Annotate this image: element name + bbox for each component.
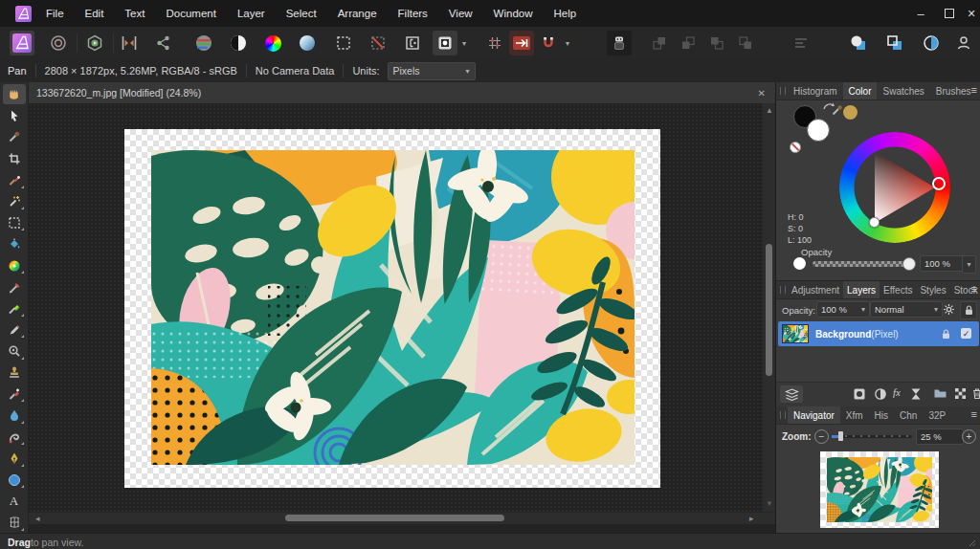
adjustment-layer-icon[interactable] (874, 387, 887, 401)
layer-stack-button[interactable] (780, 385, 803, 403)
scroll-left-icon[interactable]: ◂ (35, 515, 40, 523)
panel-grip[interactable] (780, 286, 786, 294)
picked-color-swatch[interactable] (843, 105, 858, 120)
vertical-scrollbar-thumb[interactable] (766, 244, 772, 376)
photo-persona-button[interactable] (10, 31, 34, 55)
horizontal-scrollbar[interactable]: ◂ ▸ (29, 512, 775, 524)
hue-selector[interactable] (932, 177, 946, 190)
liquify-persona-button[interactable] (46, 31, 71, 55)
opacity-slider-knob[interactable] (902, 257, 916, 271)
lock-layer-button[interactable] (960, 301, 977, 319)
tab-navigator[interactable]: Navigator (788, 406, 840, 424)
flood-fill-tool[interactable] (3, 234, 26, 254)
tab-swatches[interactable]: Swatches (877, 82, 929, 99)
mask-mode-dropdown[interactable]: ▾ (457, 31, 471, 55)
deselect-button[interactable] (366, 31, 390, 55)
menu-layer[interactable]: Layer (227, 8, 276, 19)
move-to-front-button[interactable] (647, 31, 672, 55)
view-tool[interactable] (3, 84, 26, 104)
horizontal-scrollbar-thumb[interactable] (285, 515, 504, 521)
blemish-removal-tool[interactable] (3, 341, 26, 362)
insert-on-top-button[interactable] (919, 31, 944, 55)
new-pattern-layer-icon[interactable] (954, 387, 967, 400)
move-forward-button[interactable] (676, 31, 701, 55)
minimize-button[interactable]: – (911, 0, 930, 27)
pen-tool[interactable] (3, 449, 26, 469)
tab-layers[interactable]: Layers (843, 281, 880, 298)
account-button[interactable] (951, 31, 976, 55)
layer-lock-icon[interactable] (942, 329, 950, 340)
blend-options-button[interactable] (941, 301, 957, 318)
group-layers-folder-icon[interactable] (933, 387, 947, 400)
insert-inside-button[interactable] (882, 31, 907, 55)
color-picker-tool[interactable] (3, 127, 26, 147)
opacity-value-box[interactable]: 100 % (920, 255, 966, 272)
color-replacement-tool[interactable] (3, 298, 26, 318)
zoom-slider-knob[interactable] (838, 431, 843, 441)
tab-brushes[interactable]: Brushes (930, 82, 977, 99)
flood-select-tool[interactable] (3, 191, 26, 211)
assistant-button[interactable] (607, 31, 632, 55)
scroll-down-icon[interactable]: ▼ (766, 500, 773, 508)
crop-tool[interactable] (3, 148, 26, 168)
tab-xfm[interactable]: Xfm (840, 406, 869, 424)
alignment-button[interactable] (789, 31, 813, 55)
canvas-viewport[interactable] (29, 103, 763, 512)
mesh-warp-tool[interactable] (3, 513, 26, 533)
menu-filters[interactable]: Filters (388, 8, 438, 19)
pixel-alignment-button[interactable] (509, 31, 534, 55)
mask-mode-button[interactable] (433, 31, 457, 55)
scroll-up-icon[interactable]: ▲ (766, 107, 773, 115)
no-color-swatch[interactable] (790, 142, 801, 153)
menu-file[interactable]: File (35, 8, 75, 19)
panel-menu-icon[interactable]: ≡ (971, 283, 977, 295)
layer-opacity-dropdown[interactable]: 100 % ▾ (816, 301, 870, 318)
menu-document[interactable]: Document (155, 8, 226, 19)
maximize-button[interactable] (940, 0, 959, 27)
move-tool[interactable] (3, 105, 26, 125)
export-persona-button[interactable] (151, 31, 176, 55)
color-wheel[interactable] (839, 132, 950, 243)
background-color-swatch[interactable] (807, 119, 830, 142)
blur-tool[interactable] (3, 406, 26, 426)
vertical-scrollbar[interactable]: ▲ ▼ (763, 103, 775, 512)
tab-color[interactable]: Color (843, 82, 878, 99)
marquee-tool[interactable] (3, 212, 26, 232)
tab-his[interactable]: His (869, 406, 894, 424)
units-dropdown[interactable]: Pixels ▾ (388, 62, 476, 80)
shape-tool[interactable] (3, 470, 26, 490)
menu-view[interactable]: View (438, 8, 483, 19)
panel-menu-icon[interactable]: ≡ (971, 408, 977, 420)
menu-help[interactable]: Help (543, 8, 587, 19)
auto-colours-button[interactable] (260, 31, 285, 55)
tab-32p[interactable]: 32P (923, 406, 951, 424)
menu-window[interactable]: Window (483, 8, 544, 19)
tone-mapping-persona-button[interactable] (117, 31, 142, 55)
menu-edit[interactable]: Edit (75, 8, 115, 19)
smudge-tool[interactable] (3, 427, 26, 447)
gradient-tool[interactable] (3, 255, 26, 275)
zoom-in-button[interactable]: + (962, 429, 976, 444)
auto-white-balance-button[interactable] (295, 31, 320, 55)
text-tool[interactable]: A (3, 491, 26, 511)
menu-select[interactable]: Select (276, 8, 327, 19)
resize-grip-icon[interactable] (969, 539, 976, 547)
auto-levels-button[interactable] (191, 31, 216, 55)
menu-text[interactable]: Text (114, 8, 155, 19)
opacity-dropdown[interactable]: ▾ (962, 255, 976, 274)
color-picker-icon[interactable] (832, 103, 844, 116)
panel-grip[interactable] (780, 411, 786, 419)
snapping-grid-button[interactable] (482, 31, 507, 55)
move-to-back-button[interactable] (733, 31, 758, 55)
document-tab[interactable]: 133672620_m.jpg [Modified] (24.8%) ✕ (29, 82, 775, 104)
document-tab-close-icon[interactable]: ✕ (758, 88, 766, 99)
panel-grip[interactable] (780, 87, 786, 95)
tab-histogram[interactable]: Histogram (788, 82, 843, 99)
panel-menu-icon[interactable]: ≡ (971, 84, 977, 96)
insert-behind-button[interactable] (846, 31, 871, 55)
new-selection-button[interactable] (331, 31, 356, 55)
live-filter-icon[interactable] (910, 387, 922, 401)
close-button[interactable]: ✕ (963, 0, 980, 27)
pixel-tool[interactable] (3, 319, 26, 340)
clone-stamp-tool[interactable] (3, 362, 26, 383)
